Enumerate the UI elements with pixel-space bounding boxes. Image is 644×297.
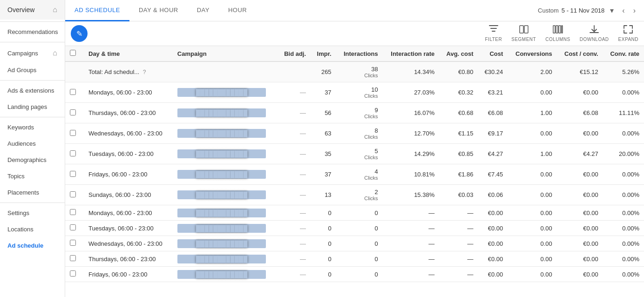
- date-prev-icon[interactable]: ‹: [619, 5, 627, 17]
- sidebar-item-ads-extensions[interactable]: Ads & extensions: [0, 82, 65, 99]
- th-interaction-rate: Interaction rate: [383, 46, 440, 61]
- row-conv-rate: 0.00%: [603, 236, 644, 251]
- sidebar-item-ad-groups[interactable]: Ad Groups: [0, 62, 65, 78]
- date-range: Custom 5 - 11 Nov 2018: [538, 7, 604, 14]
- columns-action[interactable]: COLUMNS: [545, 25, 570, 42]
- date-range-type: Custom: [538, 7, 559, 14]
- sidebar-item-locations[interactable]: Locations: [0, 221, 65, 237]
- row-avg-cost: —: [439, 251, 478, 267]
- row-checkbox-cell: [65, 123, 84, 144]
- row-conversions: 0.00: [508, 251, 556, 267]
- expand-action[interactable]: EXPAND: [618, 25, 638, 42]
- row-checkbox[interactable]: [70, 255, 76, 261]
- tab-day-hour[interactable]: DAY & HOUR: [129, 0, 188, 21]
- row-checkbox-cell: [65, 144, 84, 164]
- row-impr: 0: [311, 236, 336, 251]
- filter-label: FILTER: [485, 37, 502, 42]
- segment-label: SEGMENT: [511, 37, 536, 42]
- sidebar-item-recommendations[interactable]: Recommendations: [0, 24, 65, 40]
- sidebar-item-settings[interactable]: Settings: [0, 205, 65, 221]
- th-checkbox: [65, 46, 84, 61]
- sidebar-item-label: Placements: [7, 189, 39, 196]
- row-conv-rate: 0.00%: [603, 164, 644, 185]
- row-conversions: 0.00: [508, 123, 556, 144]
- row-cost: €0.00: [478, 236, 508, 251]
- row-checkbox[interactable]: [70, 209, 76, 215]
- row-day-time: Thursdays, 06:00 - 23:00: [84, 251, 173, 267]
- row-cost-conv: €0.00: [557, 185, 603, 205]
- download-action[interactable]: DOWNLOAD: [580, 25, 609, 42]
- sidebar-item-label: Demographics: [7, 156, 47, 163]
- total-campaign: [173, 61, 278, 82]
- row-checkbox[interactable]: [70, 130, 76, 136]
- row-day-time: Wednesdays, 06:00 - 23:00: [84, 123, 173, 144]
- row-conv-rate: 0.00%: [603, 123, 644, 144]
- total-avg-cost: €0.80: [439, 61, 478, 82]
- total-interaction-rate: 14.34%: [383, 61, 440, 82]
- sidebar-item-label: Locations: [7, 226, 34, 233]
- row-checkbox[interactable]: [70, 224, 76, 230]
- table-row: Mondays, 06:00 - 23:00 ████████████ — 0 …: [65, 205, 644, 221]
- row-day-time: Sundays, 06:00 - 23:00: [84, 185, 173, 205]
- sidebar-item-topics[interactable]: Topics: [0, 168, 65, 184]
- tab-ad-schedule[interactable]: AD SCHEDULE: [65, 0, 129, 21]
- sidebar-item-landing-pages[interactable]: Landing pages: [0, 99, 65, 115]
- row-checkbox[interactable]: [70, 150, 76, 156]
- row-checkbox-cell: [65, 236, 84, 251]
- sidebar-item-ad-schedule[interactable]: Ad schedule: [0, 237, 65, 254]
- row-impr: 0: [311, 221, 336, 236]
- sidebar-item-overview[interactable]: Overview ⌂: [0, 0, 65, 20]
- sidebar-item-label: Recommendations: [7, 28, 58, 35]
- row-bid-adj: —: [278, 82, 311, 103]
- sidebar-item-label: Keywords: [7, 124, 34, 131]
- segment-action[interactable]: SEGMENT: [511, 25, 536, 42]
- date-next-icon[interactable]: ›: [630, 5, 638, 17]
- row-checkbox[interactable]: [70, 171, 76, 177]
- expand-icon: [624, 25, 633, 36]
- row-campaign: ████████████: [173, 251, 278, 267]
- sidebar-item-demographics[interactable]: Demographics: [0, 152, 65, 168]
- row-day-time: Fridays, 06:00 - 23:00: [84, 164, 173, 185]
- row-avg-cost: —: [439, 236, 478, 251]
- sidebar-item-campaigns[interactable]: Campaigns ⌂: [0, 44, 65, 62]
- row-avg-cost: —: [439, 267, 478, 282]
- row-conv-rate: 0.00%: [603, 251, 644, 267]
- filter-action[interactable]: FILTER: [485, 25, 502, 42]
- total-bid-adj: [278, 61, 311, 82]
- th-cost: Cost: [478, 46, 508, 61]
- select-all-checkbox[interactable]: [70, 50, 76, 56]
- sidebar-item-placements[interactable]: Placements: [0, 184, 65, 201]
- row-bid-adj: —: [278, 103, 311, 123]
- date-range-value: 5 - 11 Nov 2018: [562, 7, 605, 14]
- row-interaction-rate: —: [383, 251, 440, 267]
- row-checkbox[interactable]: [70, 89, 76, 95]
- sidebar-item-label: Settings: [7, 209, 29, 216]
- row-avg-cost: €1.86: [439, 164, 478, 185]
- row-conversions: 0.00: [508, 164, 556, 185]
- tab-hour[interactable]: HOUR: [219, 0, 256, 21]
- sidebar-item-keywords[interactable]: Keywords: [0, 119, 65, 135]
- row-checkbox[interactable]: [70, 270, 76, 277]
- row-campaign: ████████████: [173, 123, 278, 144]
- row-cost: €6.08: [478, 103, 508, 123]
- sidebar-item-label: Campaigns: [7, 50, 38, 57]
- row-checkbox-cell: [65, 267, 84, 282]
- date-dropdown-icon[interactable]: ▾: [607, 4, 617, 17]
- svg-rect-1: [524, 26, 528, 33]
- table-row: Wednesdays, 06:00 - 23:00 ████████████ —…: [65, 123, 644, 144]
- row-interactions: 9 Clicks: [336, 103, 383, 123]
- th-impr: Impr.: [311, 46, 336, 61]
- sidebar-item-audiences[interactable]: Audiences: [0, 135, 65, 152]
- row-bid-adj: —: [278, 221, 311, 236]
- row-day-time: Mondays, 06:00 - 23:00: [84, 82, 173, 103]
- row-avg-cost: —: [439, 205, 478, 221]
- row-interactions: 0: [336, 236, 383, 251]
- row-interactions: 0: [336, 251, 383, 267]
- row-checkbox[interactable]: [70, 191, 76, 197]
- row-cost: €0.00: [478, 205, 508, 221]
- edit-button[interactable]: ✎: [71, 25, 88, 42]
- row-checkbox[interactable]: [70, 240, 76, 246]
- row-checkbox[interactable]: [70, 109, 76, 115]
- row-checkbox-cell: [65, 164, 84, 185]
- tab-day[interactable]: DAY: [188, 0, 219, 21]
